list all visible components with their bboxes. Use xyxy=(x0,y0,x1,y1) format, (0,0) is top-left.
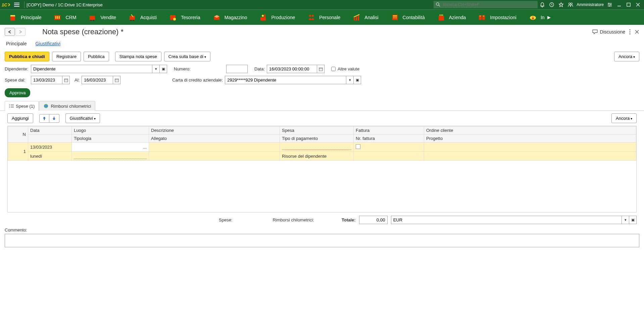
ancora-dropdown[interactable]: Ancora xyxy=(614,52,639,61)
cell-n[interactable]: 1 xyxy=(8,143,28,161)
tab-rimborsi[interactable]: Rimborsi chilometrici xyxy=(39,101,95,111)
col-spesa[interactable]: Spesa xyxy=(280,126,354,135)
close-window-icon[interactable] xyxy=(633,1,643,9)
col-n[interactable]: N xyxy=(8,126,28,143)
forward-button[interactable] xyxy=(15,28,26,36)
altre-valute-checkbox[interactable]: Altre valute xyxy=(331,66,359,71)
data-input[interactable] xyxy=(267,65,317,73)
cell-luogo[interactable]: ... xyxy=(72,143,149,152)
col-descrizione[interactable]: Descrizione xyxy=(149,126,280,135)
nav-personale[interactable]: Personale xyxy=(301,10,346,25)
table-row-sub[interactable]: lunedì Risorse del dipendente xyxy=(8,152,636,161)
col-progetto[interactable]: Progetto xyxy=(424,135,636,143)
cell-tipologia[interactable] xyxy=(72,152,149,161)
cell-spesa[interactable] xyxy=(280,143,354,152)
aggiungi-button[interactable]: Aggiungi xyxy=(7,113,33,123)
spesa-value xyxy=(282,144,351,150)
page-header: Nota spese (creazione) * Discussione xyxy=(0,25,644,37)
numero-input[interactable] xyxy=(226,65,248,73)
bell-icon[interactable] xyxy=(538,1,547,9)
users-icon[interactable] xyxy=(566,1,575,9)
cell-allegato[interactable] xyxy=(149,152,280,161)
cell-ordine[interactable] xyxy=(424,143,636,152)
nav-principale[interactable]: Principale xyxy=(3,10,47,25)
subtab-principale[interactable]: Principale xyxy=(5,39,28,48)
discussione-button[interactable]: Discussione xyxy=(592,29,625,35)
maximize-icon[interactable] xyxy=(624,1,633,9)
tab-spese[interactable]: Spese (1) xyxy=(5,101,39,111)
col-allegato[interactable]: Allegato xyxy=(149,135,280,143)
data-calendar-icon[interactable] xyxy=(317,65,325,73)
col-data[interactable]: Data xyxy=(28,126,72,135)
commento-textarea[interactable] xyxy=(5,234,639,247)
cell-nr-fattura[interactable] xyxy=(354,152,424,161)
close-page-icon[interactable] xyxy=(635,30,639,34)
subtab-giustificativi[interactable]: Giustificativi xyxy=(34,39,62,48)
nav-produzione[interactable]: Produzione xyxy=(253,10,301,25)
col-ordine[interactable]: Ordine cliente xyxy=(424,126,636,135)
nav-impostazioni[interactable]: Impostazioni xyxy=(472,10,523,25)
carta-dropdown-icon[interactable]: ▾ xyxy=(346,76,354,84)
pubblica-chiudi-button[interactable]: Pubblica e chiudi xyxy=(5,52,49,61)
dipendente-open-icon[interactable]: ▣ xyxy=(160,65,167,73)
carta-open-icon[interactable]: ▣ xyxy=(354,76,361,84)
user-name[interactable]: Amministratore xyxy=(577,2,604,7)
star-icon[interactable] xyxy=(556,1,566,9)
spese-dal-calendar-icon[interactable] xyxy=(62,76,70,84)
luogo-picker-icon[interactable]: ... xyxy=(142,145,148,150)
nav-acquisti[interactable]: Acquisti xyxy=(122,10,163,25)
nav-crm[interactable]: CRM xyxy=(47,10,82,25)
al-calendar-icon[interactable] xyxy=(113,76,120,84)
col-tipo-pagamento[interactable]: Tipo di pagamento xyxy=(280,135,354,143)
move-down-button[interactable] xyxy=(49,114,59,123)
dipendente-dropdown-icon[interactable]: ▾ xyxy=(152,65,160,73)
spese-dal-input[interactable] xyxy=(31,76,62,84)
table-ancora-dropdown[interactable]: Ancora xyxy=(611,113,637,123)
minimize-icon[interactable] xyxy=(614,1,624,9)
cell-tipo-pagamento[interactable]: Risorse del dipendente xyxy=(280,152,354,161)
valuta-input[interactable] xyxy=(391,216,622,224)
nav-scroll-right-icon[interactable]: ▶ xyxy=(546,15,552,20)
hamburger-menu-icon[interactable] xyxy=(13,1,21,9)
col-tipologia[interactable]: Tipologia xyxy=(72,135,149,143)
cell-descrizione[interactable] xyxy=(149,143,280,152)
nav-analisi[interactable]: Analisi xyxy=(346,10,384,25)
nav-contabilita[interactable]: Contabilità xyxy=(385,10,431,25)
nav-vendite[interactable]: Vendite xyxy=(82,10,122,25)
cell-fattura[interactable] xyxy=(354,143,424,152)
cell-data-day[interactable]: lunedì xyxy=(28,152,72,161)
nav-extra[interactable]: In xyxy=(523,10,546,25)
table-giustificativi-dropdown[interactable]: Giustificativi xyxy=(65,113,100,123)
table-row[interactable]: 1 13/03/2023 ... xyxy=(8,143,636,152)
cell-data[interactable]: 13/03/2023 xyxy=(28,143,72,152)
totale-input[interactable] xyxy=(359,216,388,224)
nav-azienda[interactable]: Azienda xyxy=(431,10,472,25)
global-search-input[interactable] xyxy=(434,1,538,8)
altre-valute-input[interactable] xyxy=(331,67,336,71)
crea-base-dropdown[interactable]: Crea sulla base di xyxy=(164,52,210,61)
valuta-dropdown-icon[interactable]: ▾ xyxy=(622,216,629,224)
luogo-input[interactable] xyxy=(72,144,142,150)
cell-progetto[interactable] xyxy=(424,152,636,161)
nav-tesoreria[interactable]: Tesoreria xyxy=(163,10,206,25)
approva-button[interactable]: Approva xyxy=(5,88,30,97)
nav-magazzino[interactable]: Magazzino xyxy=(206,10,253,25)
fattura-checkbox[interactable] xyxy=(356,144,360,149)
carta-input[interactable] xyxy=(225,76,346,84)
move-up-button[interactable] xyxy=(39,114,49,123)
search-wrap xyxy=(434,1,538,8)
pubblica-button[interactable]: Pubblica xyxy=(84,52,109,61)
col-luogo[interactable]: Luogo xyxy=(72,126,149,135)
al-input[interactable] xyxy=(82,76,113,84)
col-fattura[interactable]: Fattura xyxy=(354,126,424,135)
more-options-icon[interactable] xyxy=(629,29,631,35)
dipendente-input[interactable] xyxy=(31,65,152,73)
col-nr-fattura[interactable]: Nr. fattura xyxy=(354,135,424,143)
history-icon[interactable] xyxy=(547,1,556,9)
valuta-open-icon[interactable]: ▣ xyxy=(629,216,637,224)
registrare-button[interactable]: Registrare xyxy=(52,52,81,61)
settings-icon[interactable] xyxy=(605,1,614,9)
col-data-sub[interactable] xyxy=(28,135,72,143)
back-button[interactable] xyxy=(5,28,15,36)
stampa-button[interactable]: Stampa nota spese xyxy=(115,52,161,61)
